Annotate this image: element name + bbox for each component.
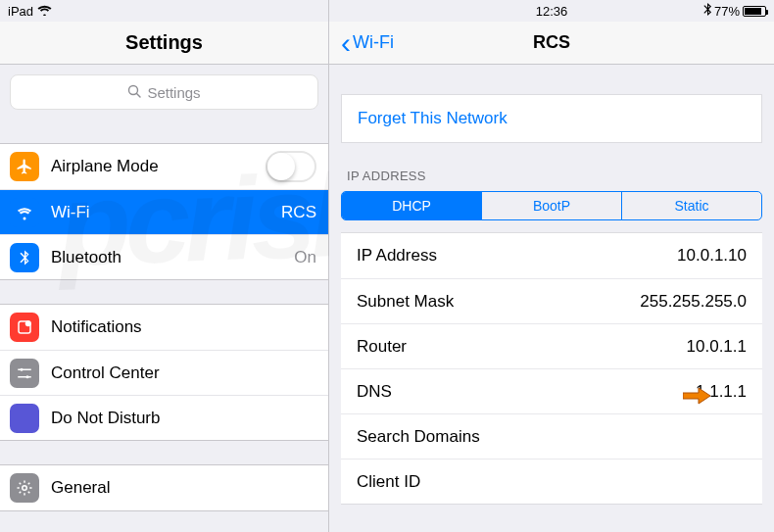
sidebar-item-wifi[interactable]: Wi-FiRCS: [0, 189, 328, 234]
sidebar-item-value: RCS: [281, 203, 316, 222]
field-label: IP Address: [357, 246, 677, 266]
sidebar-item-controlcenter[interactable]: Control Center: [0, 350, 328, 395]
segment-bootp[interactable]: BootP: [481, 192, 621, 219]
sidebar-item-label: General: [51, 478, 316, 498]
airplane-switch[interactable]: [266, 151, 316, 182]
wifi-status-icon: [37, 4, 52, 19]
sidebar-item-airplane[interactable]: Airplane Mode: [0, 144, 328, 189]
detail-panel: 12:36 77% ‹ Wi-Fi RCS Forget This Networ…: [329, 0, 774, 532]
page-title: RCS: [329, 32, 774, 53]
field-label: Router: [357, 337, 687, 357]
sidebar-item-label: Control Center: [51, 363, 316, 383]
field-value: 10.0.1.10: [677, 246, 747, 266]
sidebar-item-label: Do Not Disturb: [51, 409, 316, 428]
status-time: 12:36: [329, 4, 774, 19]
device-name: iPad: [8, 4, 33, 19]
ip-fields: IP Address10.0.1.10Subnet Mask255.255.25…: [341, 232, 762, 505]
svg-point-8: [23, 486, 27, 491]
settings-sidebar: iPad Settings Settings Airplane ModeWi-F…: [0, 0, 329, 532]
nav-bar: ‹ Wi-Fi RCS: [329, 22, 774, 65]
airplane-icon: [10, 152, 39, 181]
field-label: DNS: [357, 382, 696, 402]
sidebar-item-label: Notifications: [51, 317, 316, 337]
field-ip-address[interactable]: IP Address10.0.1.10: [341, 233, 762, 278]
sidebar-item-dnd[interactable]: Do Not Disturb: [0, 395, 328, 440]
moon-icon: [10, 404, 39, 433]
back-button[interactable]: ‹ Wi-Fi: [341, 32, 394, 53]
sidebar-item-label: Airplane Mode: [51, 157, 266, 176]
controlcenter-icon: [10, 359, 39, 388]
svg-point-3: [25, 320, 31, 326]
search-placeholder: Settings: [147, 84, 200, 101]
field-client-id[interactable]: Client ID: [341, 459, 762, 504]
gear-icon: [10, 473, 39, 503]
field-search-domains[interactable]: Search Domains: [341, 413, 762, 459]
sidebar-item-notifications[interactable]: Notifications: [0, 305, 328, 350]
settings-title: Settings: [0, 22, 328, 65]
sidebar-item-general[interactable]: General: [0, 465, 328, 510]
notifications-icon: [10, 313, 39, 342]
field-value: 10.0.1.1: [687, 337, 747, 357]
status-bar-right: 12:36 77%: [329, 0, 774, 22]
battery-icon: [743, 6, 766, 17]
svg-line-1: [137, 93, 141, 97]
wifi-icon: [10, 198, 39, 227]
search-input[interactable]: Settings: [10, 74, 318, 110]
status-bar-left: iPad: [0, 0, 328, 22]
back-label: Wi-Fi: [353, 32, 394, 53]
field-subnet-mask[interactable]: Subnet Mask255.255.255.0: [341, 278, 762, 323]
sidebar-item-bluetooth[interactable]: BluetoothOn: [0, 234, 328, 279]
ip-mode-segmented[interactable]: DHCPBootPStatic: [341, 191, 762, 220]
segment-static[interactable]: Static: [621, 192, 761, 219]
segment-dhcp[interactable]: DHCP: [342, 192, 481, 219]
sidebar-item-label: Wi-Fi: [51, 203, 281, 222]
forget-network-button[interactable]: Forget This Network: [341, 94, 762, 143]
field-label: Client ID: [357, 472, 747, 492]
field-router[interactable]: Router10.0.1.1: [341, 323, 762, 368]
field-value: 255.255.255.0: [640, 292, 747, 312]
ip-section-label: IP ADDRESS: [347, 169, 756, 183]
highlight-arrow-icon: [683, 387, 710, 405]
field-label: Search Domains: [357, 427, 747, 447]
bluetooth-icon: [10, 243, 39, 272]
sidebar-item-label: Bluetooth: [51, 248, 294, 267]
search-icon: [127, 84, 141, 101]
field-label: Subnet Mask: [357, 292, 640, 312]
sidebar-item-value: On: [294, 248, 316, 267]
